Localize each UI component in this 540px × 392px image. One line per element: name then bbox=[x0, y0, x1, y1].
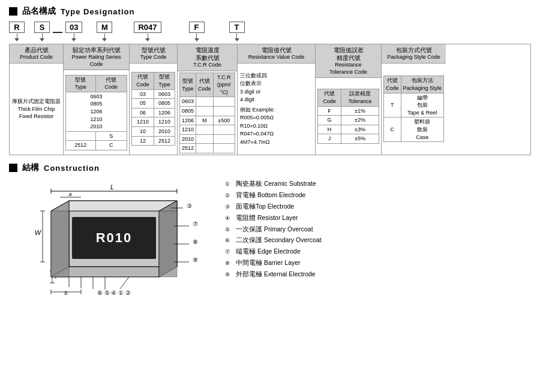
svg-text:L: L bbox=[110, 183, 114, 191]
type-designation-section: 品名構成 Type Designation R S — 03 bbox=[9, 6, 531, 155]
black-square-icon-2 bbox=[9, 164, 17, 172]
construction-item-4: ④ 電阻體 Resistor Layer bbox=[225, 212, 322, 224]
power-cell-empty bbox=[66, 131, 96, 141]
col-type-body: 代號Code 型號Type 030603 050805 061206 bbox=[130, 64, 177, 155]
col-tolerance: 電阻值誤差 精度代號 Resistance Tolerance Code 代號C… bbox=[316, 44, 382, 155]
col-tcr-header: 電阻溫度 系數代號 T.C.R Code bbox=[178, 44, 237, 71]
construction-item-9: ⑨ 外部電極 External Electrode bbox=[225, 269, 322, 280]
power-row-1: 0603 0805 1206 1210 2010 bbox=[66, 92, 127, 131]
power-th-type: 型號Type bbox=[66, 75, 96, 92]
power-table: 型號Type 代號Code 0603 0805 1206 1210 2010 bbox=[65, 75, 127, 150]
code-R: R bbox=[9, 22, 25, 41]
code-box-F: F bbox=[189, 22, 205, 33]
example-4: 4M7=4.7mΩ bbox=[240, 138, 313, 147]
col-tolerance-body: 代號Code 誤差精度Tolerance F±1% G±2% H±3% bbox=[316, 78, 381, 155]
col-packaging-body: 代號Code 包裝方法Packaging Style T 編帶包裝Tape & … bbox=[382, 64, 446, 155]
col-power: 額定功率系列代號 Power Rating Series Code 型號Type… bbox=[64, 44, 130, 155]
type-row-05: 050805 bbox=[132, 99, 175, 108]
code-S: S bbox=[34, 22, 50, 41]
col-tolerance-header: 電阻值誤差 精度代號 Resistance Tolerance Code bbox=[316, 44, 381, 78]
pkg-row-C: C 塑料袋散裝Case bbox=[384, 117, 444, 142]
power-cell-2512: 2512 bbox=[66, 141, 96, 150]
example-3: R047=0.047Ω bbox=[240, 130, 313, 138]
power-cell-S: S bbox=[95, 131, 127, 141]
construction-item-7: ⑦ 端電極 Edge Electrode bbox=[225, 246, 322, 257]
col-packaging-header: 包裝方式代號 Packaging Style Code bbox=[382, 44, 446, 64]
tol-row-J: J±5% bbox=[318, 134, 379, 144]
code-M: M bbox=[97, 22, 112, 41]
construction-body: L a W t b bbox=[9, 178, 531, 298]
code-F: F bbox=[189, 22, 205, 41]
col-tcr-body: 型號Type 代號Code T.C.R(ppm/°C) 0603 0805 12… bbox=[178, 71, 237, 155]
packaging-table: 代號Code 包裝方法Packaging Style T 編帶包裝Tape & … bbox=[383, 76, 444, 142]
pkg-row-T: T 編帶包裝Tape & Reel bbox=[384, 93, 444, 117]
tolerance-table: 代號Code 誤差精度Tolerance F±1% G±2% H±3% bbox=[317, 89, 379, 144]
tcr-row-0603: 0603 bbox=[180, 97, 235, 107]
col-product-header: 產品代號 Product Code bbox=[10, 44, 63, 64]
main-designation-table: 產品代號 Product Code 厚膜片式固定電阻器 Thick Film C… bbox=[9, 44, 531, 155]
example-2: R10=0.10Ω bbox=[240, 122, 313, 131]
construction-item-3: ③ 面電極Top Electrode bbox=[225, 201, 322, 212]
col-type: 型號代號 Type Code 代號Code 型號Type 030603 0508 bbox=[130, 44, 178, 155]
construction-item-6: ⑥ 二次保護 Secondary Overcoat bbox=[225, 234, 322, 246]
digit-desc-en: 3 digit or4 digit bbox=[240, 88, 313, 104]
tol-row-G: G±2% bbox=[318, 116, 379, 125]
col-product: 產品代號 Product Code 厚膜片式固定電阻器 Thick Film C… bbox=[10, 44, 64, 155]
construction-list: ① 陶瓷基板 Ceramic Substrate ② 背電極 Bottom El… bbox=[225, 178, 322, 280]
section2-title: 結構 Construction bbox=[9, 162, 531, 173]
code-box-R: R bbox=[9, 22, 25, 33]
top-codes-row: R S — 03 M R0 bbox=[9, 22, 531, 41]
code-box-R047: R047 bbox=[134, 22, 161, 33]
power-cell-0603-group: 0603 0805 1206 1210 2010 bbox=[66, 92, 127, 131]
type-row-03: 030603 bbox=[132, 89, 175, 99]
svg-text:R010: R010 bbox=[96, 230, 133, 245]
code-box-M: M bbox=[97, 22, 112, 33]
chip-diagram: L a W t b bbox=[9, 178, 213, 298]
section2-title-en: Construction bbox=[44, 164, 100, 173]
svg-text:W: W bbox=[35, 229, 42, 236]
svg-text:⑨: ⑨ bbox=[193, 257, 198, 263]
power-th-code: 代號Code bbox=[95, 75, 127, 92]
type-th-code: 代號Code bbox=[132, 73, 154, 89]
col-power-body: 型號Type 代號Code 0603 0805 1206 1210 2010 bbox=[64, 70, 129, 155]
col-tcr: 電阻溫度 系數代號 T.C.R Code 型號Type 代號Code T.C.R… bbox=[178, 44, 238, 155]
svg-text:⑦: ⑦ bbox=[193, 221, 198, 227]
black-square-icon bbox=[9, 7, 17, 16]
tcr-row-1206: 1206M±500 bbox=[180, 116, 235, 125]
tcr-row-2512: 2512 bbox=[180, 144, 235, 153]
svg-text:b: b bbox=[64, 290, 67, 296]
tcr-row-0805: 0805 bbox=[180, 107, 235, 116]
tol-row-F: F±1% bbox=[318, 106, 379, 116]
dash-separator: — bbox=[53, 27, 62, 41]
type-row-10: 102010 bbox=[132, 127, 175, 137]
power-cell-C: C bbox=[95, 141, 127, 150]
chip-svg: L a W t b bbox=[9, 178, 213, 298]
tcr-row-1210: 1210 bbox=[180, 125, 235, 135]
svg-line-40 bbox=[120, 277, 129, 289]
example-label-zh: 例如 Example: bbox=[240, 106, 313, 114]
svg-text:③: ③ bbox=[187, 203, 192, 209]
svg-text:a: a bbox=[68, 191, 71, 197]
code-box-T: T bbox=[229, 22, 245, 33]
construction-item-1: ① 陶瓷基板 Ceramic Substrate bbox=[225, 178, 322, 189]
svg-text:⑥ ⑤ ④ ① ②: ⑥ ⑤ ④ ① ② bbox=[97, 290, 131, 296]
code-T: T bbox=[229, 22, 245, 41]
construction-item-8: ⑧ 中間電極 Barrier Layer bbox=[225, 257, 322, 269]
tcr-row-2010: 2010 bbox=[180, 134, 235, 144]
svg-marker-21 bbox=[51, 267, 177, 277]
col-resist-val: 電阻值代號 Resistance Value Code 三位數或四位數表示 3 … bbox=[238, 44, 316, 155]
code-R047: R047 bbox=[134, 22, 161, 41]
col-resist-val-body: 三位數或四位數表示 3 digit or4 digit 例如 Example: … bbox=[238, 64, 315, 155]
col-packaging: 包裝方式代號 Packaging Style Code 代號Code 包裝方法P… bbox=[382, 44, 446, 155]
code-03: 03 bbox=[65, 22, 82, 41]
tcr-table: 型號Type 代號Code T.C.R(ppm/°C) 0603 0805 12… bbox=[179, 73, 235, 153]
product-zh: 厚膜片式固定電阻器 Thick Film Chip Fixed Resistor bbox=[11, 98, 61, 120]
col-resist-val-header: 電阻值代號 Resistance Value Code bbox=[238, 44, 315, 64]
section1-title-en: Type Designation bbox=[61, 7, 134, 16]
section1-title: 品名構成 Type Designation bbox=[9, 6, 531, 17]
power-row-s: S bbox=[66, 131, 127, 141]
construction-section: 結構 Construction L a W bbox=[9, 162, 531, 298]
power-row-2512: 2512 C bbox=[66, 141, 127, 150]
code-box-S: S bbox=[34, 22, 50, 33]
type-row-1210: 12101210 bbox=[132, 117, 175, 127]
